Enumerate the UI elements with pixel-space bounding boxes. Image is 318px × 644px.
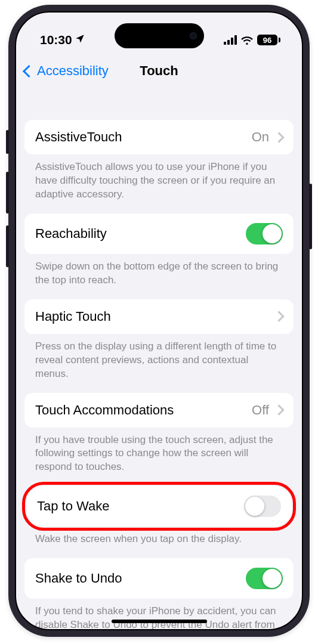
reachability-group: Reachability Swipe down on the bottom ed…: [24, 213, 294, 287]
touch-accommodations-label: Touch Accommodations: [35, 402, 174, 418]
shake-to-undo-toggle[interactable]: [246, 568, 283, 589]
assistivetouch-value: On: [252, 129, 269, 145]
side-button: [309, 184, 312, 249]
back-label: Accessibility: [37, 63, 109, 79]
tap-to-wake-footer: Wake the screen when you tap on the disp…: [24, 527, 294, 546]
battery-icon: 96: [257, 35, 280, 45]
back-button[interactable]: Accessibility: [24, 63, 109, 79]
haptic-touch-label: Haptic Touch: [35, 309, 111, 324]
battery-percentage: 96: [263, 36, 271, 45]
chevron-left-icon: [23, 64, 35, 77]
cellular-signal-icon: [224, 35, 237, 45]
location-icon: [75, 33, 85, 47]
status-time: 10:30: [40, 33, 72, 47]
touch-accommodations-row[interactable]: Touch Accommodations Off: [24, 393, 294, 428]
home-indicator[interactable]: [112, 620, 207, 623]
mute-switch: [6, 130, 9, 154]
haptic-touch-row[interactable]: Haptic Touch: [24, 299, 294, 334]
assistivetouch-footer: AssistiveTouch allows you to use your iP…: [24, 154, 294, 202]
reachability-label: Reachability: [35, 226, 107, 242]
assistivetouch-group: AssistiveTouch On AssistiveTouch allows …: [24, 120, 294, 202]
front-camera-icon: [190, 32, 197, 39]
chevron-right-icon: [273, 311, 284, 321]
reachability-toggle[interactable]: [246, 223, 283, 244]
tap-to-wake-group: Tap to Wake Wake the screen when you tap…: [24, 482, 294, 546]
assistivetouch-label: AssistiveTouch: [35, 129, 122, 145]
reachability-row[interactable]: Reachability: [24, 213, 294, 254]
shake-to-undo-label: Shake to Undo: [35, 571, 122, 586]
annotation-highlight: Tap to Wake: [22, 482, 296, 531]
settings-content: AssistiveTouch On AssistiveTouch allows …: [16, 88, 302, 630]
page-title: Touch: [140, 63, 178, 79]
dynamic-island: [115, 23, 204, 48]
tap-to-wake-label: Tap to Wake: [37, 499, 109, 514]
chevron-right-icon: [273, 132, 284, 143]
assistivetouch-row[interactable]: AssistiveTouch On: [24, 120, 294, 154]
volume-down-button: [6, 225, 9, 267]
shake-to-undo-footer: If you tend to shake your iPhone by acci…: [24, 599, 294, 630]
haptic-touch-footer: Press on the display using a different l…: [24, 334, 294, 381]
touch-accommodations-group: Touch Accommodations Off If you have tro…: [24, 393, 294, 475]
wifi-icon: [240, 35, 254, 45]
volume-up-button: [6, 172, 9, 213]
haptic-touch-group: Haptic Touch Press on the display using …: [24, 299, 294, 381]
screen: 10:30 96 Accessibility To: [15, 11, 303, 630]
navigation-bar: Accessibility Touch: [16, 54, 302, 88]
shake-to-undo-row[interactable]: Shake to Undo: [24, 558, 294, 599]
phone-frame: 10:30 96 Accessibility To: [8, 5, 310, 637]
touch-accommodations-value: Off: [252, 402, 269, 418]
tap-to-wake-row[interactable]: Tap to Wake: [26, 486, 292, 527]
chevron-right-icon: [273, 404, 284, 415]
reachability-footer: Swipe down on the bottom edge of the scr…: [24, 254, 294, 287]
tap-to-wake-toggle[interactable]: [244, 496, 281, 517]
touch-accommodations-footer: If you have trouble using the touch scre…: [24, 428, 294, 475]
